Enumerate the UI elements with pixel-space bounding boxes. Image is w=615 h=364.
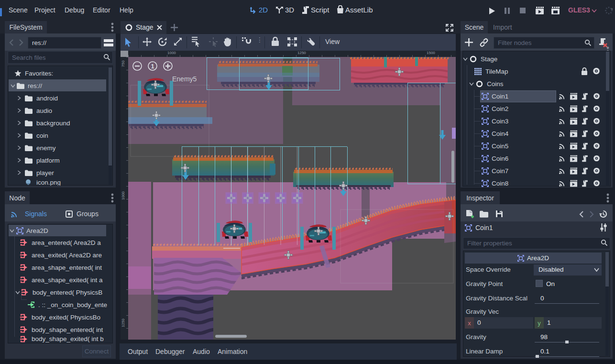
svg-text:Enemy5: Enemy5	[172, 75, 197, 83]
svg-text:1: 1	[151, 63, 154, 70]
